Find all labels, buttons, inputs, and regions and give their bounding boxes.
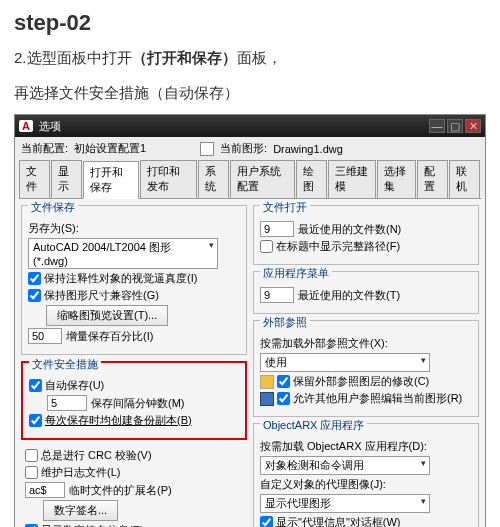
annot-fidelity-checkbox[interactable] [28, 272, 41, 285]
tab-strip: 文件显示打开和保存打印和发布系统用户系统配置绘图三维建模选择集配置联机 [19, 160, 481, 199]
backup-copy-checkbox[interactable] [29, 414, 42, 427]
tab-10[interactable]: 联机 [449, 160, 480, 198]
crc-checkbox[interactable] [25, 449, 38, 462]
group-xref: 外部参照 按需加载外部参照文件(X): 使用 保留外部参照图层的修改(C) 允许… [253, 320, 479, 417]
digital-signature-button[interactable]: 数字签名... [43, 500, 118, 521]
group-file-open: 文件打开 最近使用的文件数(N) 在标题中显示完整路径(F) [253, 205, 479, 265]
recent-files-open-input[interactable] [260, 221, 294, 237]
tab-5[interactable]: 用户系统配置 [230, 160, 295, 198]
group-file-save: 文件保存 另存为(S): AutoCAD 2004/LT2004 图形 (*.d… [21, 205, 247, 355]
group-app-menu: 应用程序菜单 最近使用的文件数(T) [253, 271, 479, 314]
tab-6[interactable]: 绘图 [296, 160, 327, 198]
tab-2[interactable]: 打开和保存 [83, 161, 139, 199]
size-compat-checkbox[interactable] [28, 289, 41, 302]
window-title: 选项 [39, 119, 61, 134]
tab-7[interactable]: 三维建模 [328, 160, 376, 198]
group-objectarx: ObjectARX 应用程序 按需加载 ObjectARX 应用程序(D): 对… [253, 423, 479, 527]
autosave-checkbox[interactable] [29, 379, 42, 392]
proxy-image-combo[interactable]: 显示代理图形 [260, 494, 430, 513]
options-dialog: A 选项 — ▢ ✕ 当前配置: 初始设置配置1 当前图形: Drawing1.… [14, 114, 486, 527]
log-checkbox[interactable] [25, 466, 38, 479]
drawing-icon [200, 142, 214, 156]
minimize-button[interactable]: — [429, 119, 445, 133]
allow-xref-edit-checkbox[interactable] [277, 392, 290, 405]
instruction-line-2: 再选择文件安全措施（自动保存） [14, 79, 486, 106]
tab-8[interactable]: 选择集 [377, 160, 416, 198]
recent-files-menu-input[interactable] [260, 287, 294, 303]
save-format-combo[interactable]: AutoCAD 2004/LT2004 图形 (*.dwg) [28, 238, 218, 269]
xref-icon-2 [260, 392, 274, 406]
incremental-save-pct-input[interactable] [28, 328, 62, 344]
retain-xref-changes-checkbox[interactable] [277, 375, 290, 388]
tab-3[interactable]: 打印和发布 [140, 160, 196, 198]
temp-ext-input[interactable] [25, 482, 65, 498]
titlebar[interactable]: A 选项 — ▢ ✕ [15, 115, 485, 137]
save-as-label: 另存为(S): [28, 221, 79, 236]
xref-demand-combo[interactable]: 使用 [260, 353, 430, 372]
current-config-label: 当前配置: [21, 141, 68, 156]
tab-0[interactable]: 文件 [19, 160, 50, 198]
arx-demand-combo[interactable]: 对象检测和命令调用 [260, 456, 430, 475]
show-proxy-dialog-checkbox[interactable] [260, 516, 273, 527]
tab-1[interactable]: 显示 [51, 160, 82, 198]
maximize-button[interactable]: ▢ [447, 119, 463, 133]
app-icon: A [19, 120, 33, 132]
tab-4[interactable]: 系统 [198, 160, 229, 198]
current-drawing-label: 当前图形: [220, 141, 267, 156]
autosave-interval-input[interactable] [47, 395, 87, 411]
instruction-line-1: 2.选型面板中打开（打开和保存）面板， [14, 44, 486, 71]
thumbnail-settings-button[interactable]: 缩略图预览设置(T)... [46, 305, 168, 326]
current-drawing-value: Drawing1.dwg [273, 143, 343, 155]
close-button[interactable]: ✕ [465, 119, 481, 133]
tab-9[interactable]: 配置 [417, 160, 448, 198]
group-file-safety: 文件安全措施 自动保存(U) 保存间隔分钟数(M) 每次保存时均创建备份副本(B… [21, 361, 247, 440]
current-config-value: 初始设置配置1 [74, 141, 194, 156]
xref-icon-1 [260, 375, 274, 389]
fullpath-title-checkbox[interactable] [260, 240, 273, 253]
step-title: step-02 [14, 10, 486, 36]
